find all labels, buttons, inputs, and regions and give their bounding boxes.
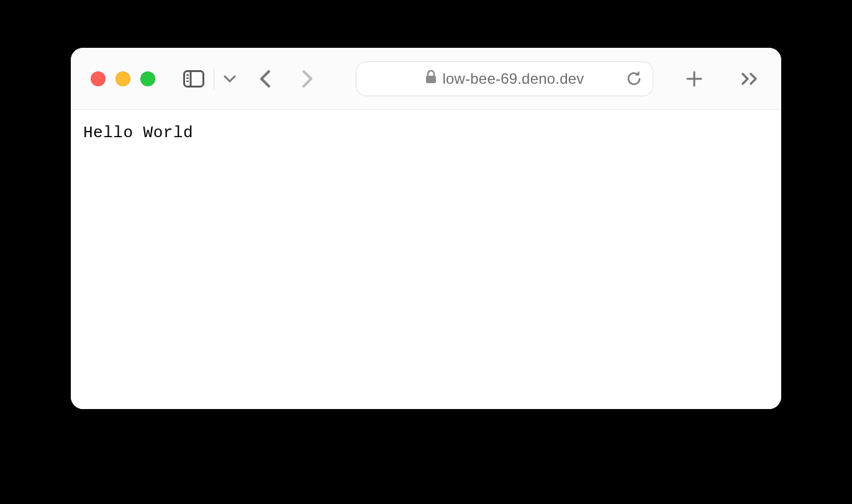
show-tabs-button[interactable] — [736, 65, 764, 92]
plus-icon — [686, 70, 703, 88]
page-body-text: Hello World — [83, 124, 769, 142]
svg-rect-5 — [426, 76, 436, 83]
minimize-window-button[interactable] — [116, 71, 130, 86]
sidebar-toggle-button[interactable] — [180, 65, 207, 92]
toolbar-divider — [214, 68, 214, 89]
navigation-controls — [252, 65, 321, 92]
close-window-button[interactable] — [91, 71, 106, 86]
browser-toolbar: low-bee-69.deno.dev — [71, 48, 781, 110]
tab-group-dropdown-button[interactable] — [220, 65, 239, 92]
chevrons-right-icon — [741, 72, 759, 86]
new-tab-button[interactable] — [681, 65, 708, 92]
chevron-down-icon — [224, 75, 236, 83]
browser-window: low-bee-69.deno.dev — [71, 48, 781, 409]
chevron-left-icon — [259, 69, 271, 89]
lock-icon — [425, 70, 437, 88]
chevron-right-icon — [301, 69, 314, 89]
page-content: Hello World — [71, 110, 781, 409]
reload-icon — [626, 70, 642, 88]
back-button[interactable] — [252, 65, 279, 92]
toolbar-right-controls — [681, 65, 764, 92]
reload-button[interactable] — [623, 68, 645, 90]
address-content: low-bee-69.deno.dev — [425, 70, 584, 88]
address-text: low-bee-69.deno.dev — [443, 70, 584, 88]
address-bar[interactable]: low-bee-69.deno.dev — [356, 61, 653, 96]
sidebar-icon — [183, 70, 204, 88]
forward-button[interactable] — [294, 65, 321, 92]
window-controls — [91, 71, 155, 86]
maximize-window-button[interactable] — [140, 71, 155, 86]
